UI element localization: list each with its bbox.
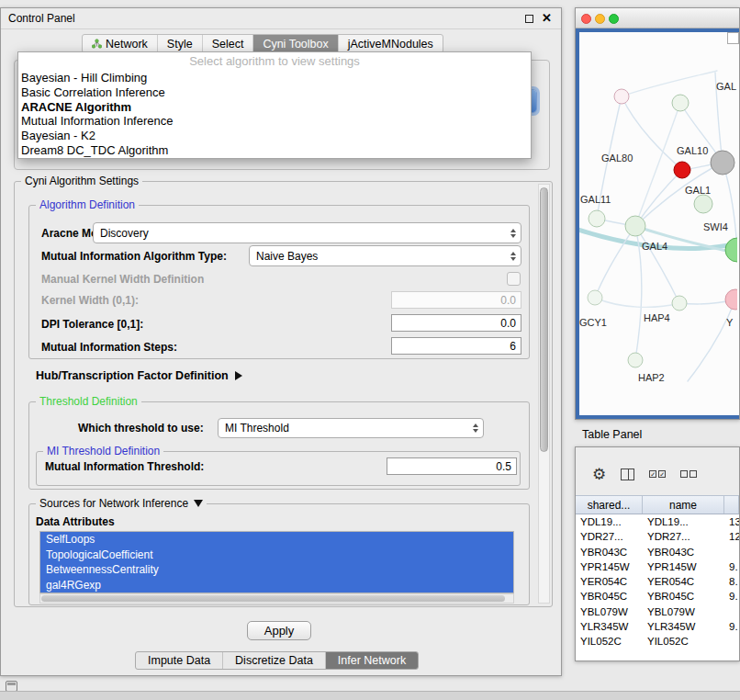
network-edge[interactable]	[635, 170, 682, 226]
network-edge[interactable]	[635, 103, 680, 226]
table-row[interactable]: YIL052CYIL052C	[576, 634, 739, 649]
table-cell: YBR045C	[643, 589, 724, 604]
sources-group-title-row[interactable]: Sources for Network Inference	[36, 497, 207, 510]
network-edge[interactable]	[595, 298, 679, 307]
network-edge[interactable]	[622, 71, 717, 96]
data-attributes-list[interactable]: SelfLoopsTopologicalCoefficientBetweenne…	[39, 531, 514, 593]
network-edge[interactable]	[688, 299, 735, 381]
bottom-tab-discretize-data[interactable]: Discretize Data	[223, 652, 326, 669]
column-header-3[interactable]	[724, 496, 739, 514]
close-traffic-light-icon[interactable]	[581, 14, 591, 24]
table-row[interactable]: YDL19...YDL19...13	[576, 514, 739, 529]
select-all-checks-icon[interactable]: ✓✓	[649, 470, 666, 478]
hub-definition-label: Hub/Transcription Factor Definition	[36, 369, 229, 382]
table-cell	[724, 604, 739, 619]
expand-arrow-icon	[235, 371, 242, 380]
attributes-hscrollbar[interactable]	[39, 593, 514, 604]
dropdown-placeholder: Select algorithm to view settings	[18, 52, 531, 71]
mi-threshold-field[interactable]: 0.5	[387, 457, 517, 475]
network-overview-button[interactable]	[727, 32, 739, 44]
menu-item-bayesian-hill-climbing[interactable]: Bayesian - Hill Climbing	[18, 71, 531, 85]
network-window-titlebar[interactable]	[576, 8, 739, 28]
network-node[interactable]	[672, 95, 689, 111]
vscroll-thumb[interactable]	[540, 187, 548, 452]
table-row[interactable]: YER054CYER054C8.	[576, 574, 739, 589]
menu-item-mutual-information-inference[interactable]: Mutual Information Inference	[18, 114, 531, 129]
table-cell: 12	[724, 529, 739, 544]
node-label-swi4: SWI4	[703, 221, 728, 232]
mi-steps-field[interactable]: 6	[391, 337, 521, 355]
network-node[interactable]	[672, 296, 687, 310]
table-cell: YBL079W	[643, 604, 724, 619]
network-node[interactable]	[694, 195, 712, 213]
menu-item-bayesian-k2[interactable]: Bayesian - K2	[18, 129, 531, 143]
window-title: Control Panel	[8, 12, 75, 25]
aracne-mode-combo[interactable]: Discovery	[93, 222, 521, 243]
which-threshold-label: Which threshold to use:	[78, 422, 204, 435]
network-node[interactable]	[725, 238, 737, 262]
minimize-traffic-light-icon[interactable]	[595, 14, 605, 24]
gear-icon[interactable]: ⚙	[592, 467, 606, 482]
mi-threshold-value: 0.5	[496, 460, 511, 473]
minimize-icon[interactable]	[525, 15, 533, 23]
node-label-hap4: HAP4	[644, 312, 670, 323]
mi-type-combo[interactable]: Naive Bayes	[249, 245, 521, 266]
dpi-tolerance-field[interactable]: 0.0	[391, 314, 521, 332]
kernel-width-field[interactable]: 0.0	[391, 291, 521, 309]
table-body: YDL19...YDL19...13YDR27...YDR27...12YBR0…	[576, 514, 739, 660]
node-label-gal10: GAL10	[677, 145, 708, 156]
hub-definition-toggle[interactable]: Hub/Transcription Factor Definition	[36, 369, 242, 382]
network-node[interactable]	[711, 151, 734, 175]
menu-item-aracne-algorithm[interactable]: ARACNE Algorithm	[18, 100, 531, 115]
column-header-2[interactable]: name	[643, 496, 724, 514]
table-row[interactable]: YPR145WYPR145W9.	[576, 559, 739, 574]
which-threshold-combo[interactable]: MI Threshold	[218, 418, 484, 438]
table-row[interactable]: YLR345WYLR345W9.	[576, 619, 739, 634]
bottom-tab-infer-network[interactable]: Infer Network	[326, 652, 418, 669]
bottom-tab-impute-data[interactable]: Impute Data	[136, 652, 223, 669]
zoom-traffic-light-icon[interactable]	[609, 14, 619, 24]
menu-item-dream8-dc-tdc-algorithm[interactable]: Dream8 DC_TDC Algorithm	[18, 143, 531, 158]
list-item-selfloops[interactable]: SelfLoops	[40, 532, 513, 548]
manual-kernel-checkbox[interactable]	[507, 272, 521, 286]
deselect-all-checks-icon[interactable]	[680, 470, 697, 478]
network-node[interactable]	[674, 162, 690, 178]
network-node[interactable]	[625, 216, 645, 236]
list-item-topologicalcoefficient[interactable]: TopologicalCoefficient	[40, 548, 513, 563]
network-node[interactable]	[589, 210, 605, 227]
network-graph[interactable]: GALGAL80GAL10GAL11GAL1SWI4GAL4GCY1HAP4HA…	[579, 32, 737, 419]
menu-item-basic-correlation-inference[interactable]: Basic Correlation Inference	[18, 85, 531, 100]
tab-cyni-toolbox[interactable]: Cyni Toolbox	[253, 35, 338, 52]
list-item-gal4rgexp[interactable]: gal4RGexp	[40, 578, 513, 593]
combo-arrows-icon	[510, 229, 516, 238]
tab-network[interactable]: Network	[83, 35, 158, 52]
settings-vscrollbar[interactable]	[538, 184, 550, 604]
list-item-betweennesscentrality[interactable]: BetweennessCentrality	[40, 562, 513, 578]
node-label-gal1: GAL1	[685, 185, 711, 196]
tab-select[interactable]: Select	[203, 35, 254, 52]
apply-button[interactable]: Apply	[247, 621, 311, 640]
network-node[interactable]	[628, 353, 643, 367]
table-cell: YBR043C	[643, 545, 724, 559]
table-row[interactable]: YDR27...YDR27...12	[576, 529, 739, 544]
close-icon[interactable]: ✕	[542, 13, 552, 24]
network-node[interactable]	[614, 89, 629, 104]
network-node[interactable]	[725, 289, 737, 310]
table-row[interactable]: YBL079WYBL079W	[576, 604, 739, 619]
hscroll-thumb[interactable]	[41, 595, 505, 602]
table-cell: YBL079W	[576, 604, 643, 619]
table-row[interactable]: YBR043CYBR043C	[576, 545, 739, 559]
table-toolbar: ⚙ ✓✓	[576, 460, 739, 488]
tab-style[interactable]: Style	[158, 35, 203, 52]
tab-jactivemnodules[interactable]: jActiveMNodules	[339, 35, 443, 52]
columns-icon[interactable]	[621, 469, 634, 480]
tab-label: Style	[167, 38, 193, 51]
settings-group-title: Cyni Algorithm Settings	[21, 175, 142, 187]
control-panel-titlebar[interactable]: Control Panel ✕	[1, 8, 561, 29]
column-header-1[interactable]: shared...	[576, 496, 643, 514]
network-node[interactable]	[588, 290, 602, 305]
network-canvas[interactable]: GALGAL80GAL10GAL11GAL1SWI4GAL4GCY1HAP4HA…	[576, 28, 739, 419]
table-cell: YPR145W	[576, 559, 643, 574]
network-edge[interactable]	[723, 163, 737, 250]
table-row[interactable]: YBR045CYBR045C9.	[576, 589, 739, 604]
